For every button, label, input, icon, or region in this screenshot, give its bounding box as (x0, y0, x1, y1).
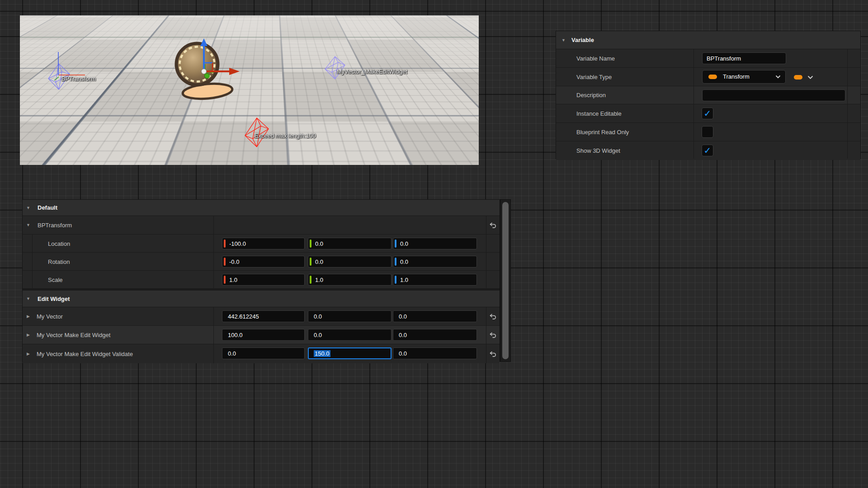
variable-name-label: Variable Name (576, 55, 615, 61)
container-type-pill-icon[interactable] (794, 75, 802, 80)
show-3d-widget-checkbox[interactable]: ✓ (702, 145, 713, 156)
expand-triangle-icon[interactable]: ▶ (27, 352, 30, 356)
location-z-field[interactable]: 0.0 (393, 238, 477, 249)
collapse-triangle-icon[interactable]: ▼ (26, 296, 30, 301)
reset-arrow-icon (490, 332, 496, 338)
x-axis-bar-icon (224, 276, 226, 284)
x-axis-bar-icon (224, 258, 226, 266)
row-blueprint-read-only: Blueprint Read Only (556, 123, 860, 141)
category-edit-widget[interactable]: ▼ Edit Widget (23, 291, 500, 307)
rotation-y-field[interactable]: 0.0 (308, 256, 392, 267)
variable-category-header[interactable]: ▼ Variable (556, 31, 860, 49)
my-vector-make-edit-widget-validate-label: My Vector Make Edit Widget Validate (37, 351, 133, 357)
mvmew-x-field[interactable]: 100.0 (222, 329, 305, 341)
location-y-value: 0.0 (315, 240, 323, 247)
row-scale: Scale 1.0 1.0 1.0 (23, 271, 500, 289)
container-type-chevron-icon[interactable] (807, 75, 813, 80)
reset-to-default-button[interactable] (488, 349, 498, 358)
variable-type-value: Transform (723, 73, 750, 80)
check-icon: ✓ (704, 109, 712, 118)
row-show-3d-widget: Show 3D Widget ✓ (556, 141, 860, 160)
blueprint-read-only-checkbox[interactable] (702, 126, 713, 138)
chevron-down-icon (775, 75, 781, 79)
mvmew-y-value: 0.0 (314, 332, 322, 338)
my-vector-z-value: 0.0 (399, 313, 407, 320)
rotation-x-value: -0.0 (229, 258, 239, 265)
y-axis-bar-icon (310, 239, 311, 248)
mvmew-z-value: 0.0 (399, 332, 407, 338)
collapse-triangle-icon[interactable]: ▼ (26, 206, 30, 210)
rotation-label: Rotation (48, 258, 70, 265)
mvmewv-y-field-editing[interactable]: 150.0 (308, 347, 392, 359)
category-default[interactable]: ▼ Default (23, 200, 500, 216)
my-vector-y-field[interactable]: 0.0 (308, 310, 392, 322)
row-my-vector-make-edit-widget-validate: ▶ My Vector Make Edit Widget Validate 0.… (23, 344, 500, 363)
location-y-field[interactable]: 0.0 (308, 238, 392, 249)
scale-x-field[interactable]: 1.0 (222, 274, 305, 286)
expand-triangle-icon[interactable]: ▶ (27, 314, 30, 319)
reset-to-default-button[interactable] (488, 312, 498, 321)
rotation-z-value: 0.0 (400, 258, 408, 265)
variable-name-input[interactable]: BPTransform (702, 52, 786, 64)
scale-x-value: 1.0 (229, 277, 237, 283)
blueprint-read-only-label: Blueprint Read Only (576, 129, 629, 136)
location-x-field[interactable]: -100.0 (222, 238, 305, 249)
collapse-triangle-icon[interactable]: ▼ (561, 38, 566, 42)
description-input[interactable] (702, 89, 845, 101)
variable-type-dropdown[interactable]: Transform (702, 70, 786, 84)
reset-arrow-icon (490, 222, 496, 228)
widget-label-myvector-makeeditwidget: MyVector_MakeEditWidget (337, 68, 407, 75)
reset-to-default-button[interactable] (488, 221, 498, 230)
mvmew-x-value: 100.0 (228, 332, 243, 338)
mvmewv-y-selected-text: 150.0 (314, 350, 330, 357)
mvmewv-z-field[interactable]: 0.0 (393, 347, 477, 359)
my-vector-z-field[interactable]: 0.0 (393, 310, 477, 322)
default-category-title: Default (38, 204, 57, 211)
3d-viewport[interactable]: BPTransform MyVector_MakeEditWidget Exce… (20, 15, 479, 165)
mvmewv-x-field[interactable]: 0.0 (222, 347, 305, 359)
variable-type-label: Variable Type (576, 73, 612, 80)
show-3d-widget-label: Show 3D Widget (576, 147, 620, 154)
reset-arrow-icon (490, 351, 496, 357)
mvmewv-x-value: 0.0 (228, 350, 236, 357)
panel-right-divider (847, 49, 848, 159)
reset-to-default-button[interactable] (488, 330, 498, 339)
y-axis-bar-icon (310, 276, 311, 284)
location-x-value: -100.0 (229, 240, 246, 247)
bptransform-3d-widget-wireframe[interactable] (48, 52, 85, 89)
myvector-makeeditwidget-wireframe[interactable] (325, 56, 345, 79)
expand-triangle-icon[interactable]: ▶ (27, 333, 30, 337)
widget-label-bptransform: BPTransform (61, 75, 96, 82)
z-axis-bar-icon (395, 239, 396, 248)
row-my-vector: ▶ My Vector 442.612245 0.0 0.0 (23, 307, 500, 326)
variable-panel: ▼ Variable Variable Name BPTransform Var… (556, 31, 861, 159)
rotation-z-field[interactable]: 0.0 (393, 256, 477, 267)
scale-y-field[interactable]: 1.0 (308, 274, 392, 286)
instance-editable-checkbox[interactable]: ✓ (702, 108, 713, 119)
rotation-x-field[interactable]: -0.0 (222, 256, 305, 267)
gizmo-y-ball[interactable] (205, 74, 210, 79)
mvmew-y-field[interactable]: 0.0 (308, 329, 392, 341)
instance-editable-label: Instance Editable (576, 110, 622, 117)
z-axis-bar-icon (395, 258, 396, 266)
my-vector-x-field[interactable]: 442.612245 (222, 310, 305, 322)
scale-z-field[interactable]: 1.0 (393, 274, 477, 286)
scrollbar-thumb[interactable] (502, 202, 509, 359)
widget-label-exceed-max-length: Exceed max length:100 (255, 132, 316, 139)
sprite-sphere (176, 43, 218, 85)
my-vector-label: My Vector (37, 313, 63, 320)
gizmo-origin-ball[interactable] (202, 69, 207, 74)
viewport-overlay (20, 15, 479, 165)
row-variable-type: Variable Type Transform (556, 68, 860, 86)
mvmew-z-field[interactable]: 0.0 (393, 329, 477, 341)
row-instance-editable: Instance Editable ✓ (556, 104, 860, 123)
name-value-divider (693, 49, 694, 159)
location-label: Location (48, 240, 70, 247)
details-scrollbar[interactable] (500, 199, 511, 362)
collapse-triangle-icon[interactable]: ▼ (26, 223, 30, 227)
my-vector-y-value: 0.0 (314, 313, 322, 320)
scale-label: Scale (48, 276, 63, 283)
gizmo-x-arrowhead[interactable] (229, 68, 240, 75)
row-rotation: Rotation -0.0 0.0 0.0 (23, 253, 500, 271)
mvmewv-z-value: 0.0 (399, 350, 407, 357)
